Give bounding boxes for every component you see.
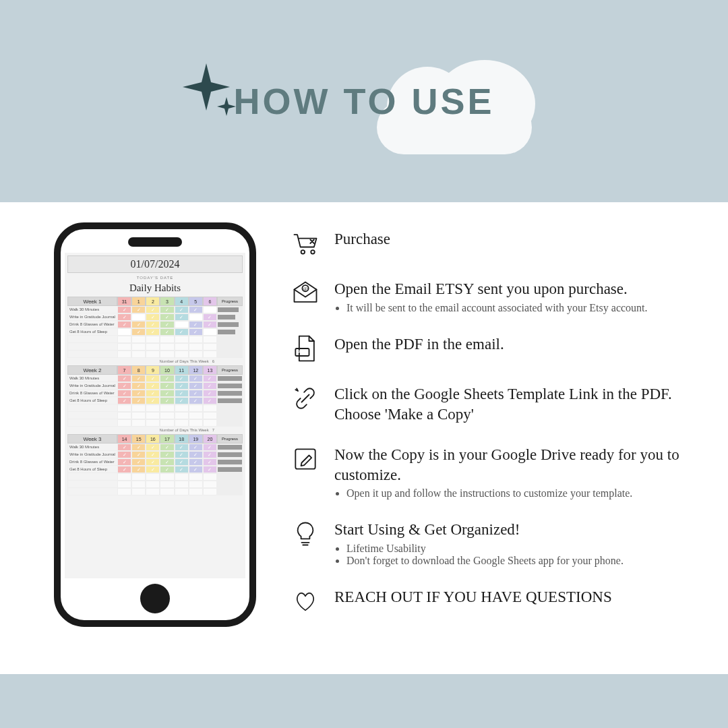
mail-icon: @: [290, 278, 321, 309]
header: HOW TO USE: [0, 0, 728, 202]
step-title: Open the Email ETSY sent you upon purcha…: [334, 279, 694, 299]
cart-icon: [290, 228, 321, 259]
link-icon: [290, 383, 321, 414]
habits-title: Daily Habits: [65, 282, 245, 294]
step-2: PDFOpen the PDF in the email.: [290, 333, 694, 364]
svg-text:@: @: [303, 286, 307, 291]
step-5: Start Using & Get Organized!Lifetime Usa…: [290, 518, 694, 567]
step-sublist: Open it up and follow the instructions t…: [334, 487, 694, 499]
step-0: Purchase: [290, 228, 694, 259]
step-3: Click on the Google Sheets Template Link…: [290, 383, 694, 425]
step-sublist: Lifetime UsabilityDon't forget to downlo…: [334, 543, 694, 567]
sparkle-icon: [179, 60, 240, 121]
page-title: HOW TO USE: [233, 80, 494, 122]
step-title: REACH OUT IF YOU HAVE QUESTIONS: [334, 587, 694, 607]
step-title: Now the Copy is in your Google Drive rea…: [334, 445, 694, 485]
footer: [0, 674, 728, 728]
date-bar: 01/07/2024: [67, 255, 243, 273]
main-content: 01/07/2024 TODAY'S DATE Daily HabitsWeek…: [0, 202, 728, 674]
svg-point-0: [301, 250, 305, 254]
svg-text:PDF: PDF: [297, 349, 307, 355]
step-title: Open the PDF in the email.: [334, 334, 694, 355]
step-title: Purchase: [334, 229, 694, 249]
step-title: Start Using & Get Organized!: [334, 520, 694, 540]
pdf-icon: PDF: [290, 333, 321, 364]
step-4: Now the Copy is in your Google Drive rea…: [290, 444, 694, 500]
steps-list: Purchase@Open the Email ETSY sent you up…: [290, 222, 694, 654]
step-6: REACH OUT IF YOU HAVE QUESTIONS: [290, 586, 694, 617]
bulb-icon: [290, 518, 321, 549]
step-title: Click on the Google Sheets Template Link…: [334, 384, 694, 425]
heart-icon: [290, 586, 321, 617]
phone-mockup: 01/07/2024 TODAY'S DATE Daily HabitsWeek…: [54, 222, 256, 627]
svg-point-1: [311, 250, 315, 254]
step-1: @Open the Email ETSY sent you upon purch…: [290, 278, 694, 314]
step-sublist: It will be sent to the email account ass…: [334, 302, 694, 314]
edit-icon: [290, 444, 321, 475]
